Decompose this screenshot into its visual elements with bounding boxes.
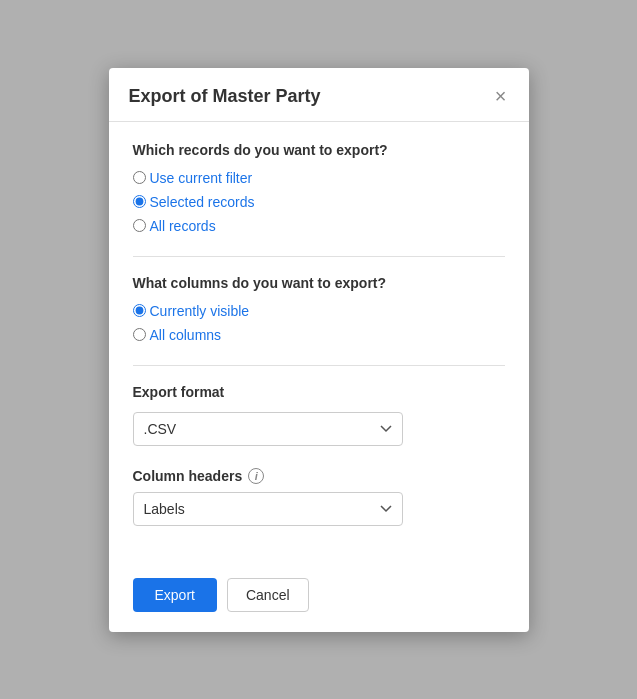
overlay: Export of Master Party × Which records d… (0, 0, 637, 699)
label-all-records[interactable]: All records (150, 218, 216, 234)
records-radio-group: Use current filter Selected records All … (133, 170, 505, 234)
export-format-select-container: .CSV .XLSX .JSON (133, 412, 505, 446)
dialog: Export of Master Party × Which records d… (109, 68, 529, 632)
export-format-label: Export format (133, 384, 505, 400)
divider-1 (133, 256, 505, 257)
radio-all-records[interactable] (133, 219, 146, 232)
column-headers-section: Column headers i Labels Technical names (133, 468, 505, 526)
label-selected-records[interactable]: Selected records (150, 194, 255, 210)
column-headers-select-container: Labels Technical names (133, 492, 505, 526)
columns-radio-group: Currently visible All columns (133, 303, 505, 343)
radio-currently-visible[interactable] (133, 304, 146, 317)
dialog-footer: Export Cancel (109, 568, 529, 632)
divider-2 (133, 365, 505, 366)
radio-item-selected-records[interactable]: Selected records (133, 194, 505, 210)
column-headers-label-row: Column headers i (133, 468, 505, 484)
records-section-label: Which records do you want to export? (133, 142, 505, 158)
label-use-current-filter[interactable]: Use current filter (150, 170, 253, 186)
radio-item-all-records[interactable]: All records (133, 218, 505, 234)
radio-selected-records[interactable] (133, 195, 146, 208)
radio-item-currently-visible[interactable]: Currently visible (133, 303, 505, 319)
info-icon: i (248, 468, 264, 484)
column-headers-text: Column headers (133, 468, 243, 484)
records-section: Which records do you want to export? Use… (133, 142, 505, 234)
label-currently-visible[interactable]: Currently visible (150, 303, 250, 319)
column-headers-select[interactable]: Labels Technical names (133, 492, 403, 526)
dialog-title: Export of Master Party (129, 86, 321, 107)
radio-use-current-filter[interactable] (133, 171, 146, 184)
close-button[interactable]: × (493, 86, 509, 106)
export-format-select[interactable]: .CSV .XLSX .JSON (133, 412, 403, 446)
columns-section: What columns do you want to export? Curr… (133, 275, 505, 343)
export-button[interactable]: Export (133, 578, 217, 612)
columns-section-label: What columns do you want to export? (133, 275, 505, 291)
radio-item-all-columns[interactable]: All columns (133, 327, 505, 343)
radio-all-columns[interactable] (133, 328, 146, 341)
cancel-button[interactable]: Cancel (227, 578, 309, 612)
dialog-header: Export of Master Party × (109, 68, 529, 122)
dialog-body: Which records do you want to export? Use… (109, 122, 529, 568)
label-all-columns[interactable]: All columns (150, 327, 222, 343)
radio-item-use-current-filter[interactable]: Use current filter (133, 170, 505, 186)
export-format-section: Export format .CSV .XLSX .JSON (133, 384, 505, 446)
